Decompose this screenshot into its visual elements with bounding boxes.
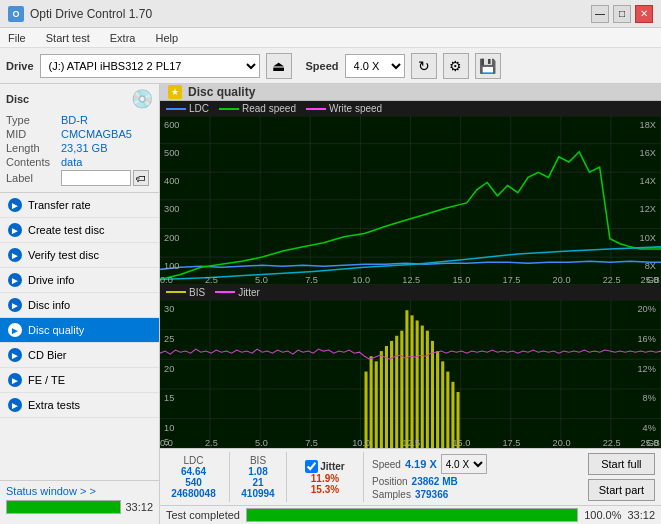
svg-text:GB: GB <box>647 438 660 448</box>
menu-start-test[interactable]: Start test <box>42 32 94 44</box>
app-title: Opti Drive Control 1.70 <box>30 7 152 21</box>
elapsed-time: 33:12 <box>627 509 655 521</box>
svg-text:16X: 16X <box>640 148 656 158</box>
svg-text:600: 600 <box>164 120 179 130</box>
time-display: 33:12 <box>125 501 153 513</box>
svg-rect-59 <box>375 361 378 448</box>
svg-text:12%: 12% <box>637 363 655 373</box>
contents-label: Contents <box>6 156 61 168</box>
svg-rect-69 <box>426 330 429 448</box>
stats-bis: BIS 1.08 21 410994 <box>238 455 278 499</box>
sidebar-item-disc-info[interactable]: ► Disc info <box>0 293 159 318</box>
svg-text:100: 100 <box>164 261 179 271</box>
disc-info-label: Disc info <box>28 299 70 311</box>
sidebar-item-drive-info[interactable]: ► Drive info <box>0 268 159 293</box>
bis-total-val: 410994 <box>241 488 274 499</box>
svg-text:7.5: 7.5 <box>305 438 318 448</box>
sidebar-item-verify-test-disc[interactable]: ► Verify test disc <box>0 243 159 268</box>
svg-text:2.5: 2.5 <box>205 275 218 285</box>
disc-section: Disc 💿 Type BD-R MID CMCMAGBA5 Length 23… <box>0 84 159 193</box>
status-window-button[interactable]: Status window > > <box>6 485 153 497</box>
close-button[interactable]: ✕ <box>635 5 653 23</box>
menu-extra[interactable]: Extra <box>106 32 140 44</box>
sidebar-item-cd-bier[interactable]: ► CD Bier <box>0 343 159 368</box>
jitter-checkbox[interactable] <box>305 460 318 473</box>
sidebar-item-disc-quality[interactable]: ► Disc quality <box>0 318 159 343</box>
write-speed-legend-label: Write speed <box>329 103 382 114</box>
svg-text:GB: GB <box>647 275 660 285</box>
save-button[interactable]: 💾 <box>475 53 501 79</box>
test-completed-bar: Test completed 100.0% 33:12 <box>160 505 661 524</box>
refresh-button[interactable]: ↻ <box>411 53 437 79</box>
stats-jitter: Jitter 11.9% 15.3% <box>295 460 355 495</box>
maximize-button[interactable]: □ <box>613 5 631 23</box>
bottom-chart-area: 20% 16% 12% 8% 4% 30 25 20 15 10 5 0.0 2… <box>160 300 661 448</box>
sidebar-item-extra-tests[interactable]: ► Extra tests <box>0 393 159 418</box>
speed-select-stats[interactable]: 4.0 X <box>441 454 487 474</box>
samples-row: Samples 379366 <box>372 489 487 500</box>
svg-text:20: 20 <box>164 363 174 373</box>
bis-legend: BIS <box>166 287 205 298</box>
svg-text:10X: 10X <box>640 233 656 243</box>
write-speed-legend-color <box>306 108 326 110</box>
verify-test-label: Verify test disc <box>28 249 99 261</box>
svg-rect-70 <box>431 341 434 448</box>
speed-select[interactable]: 4.0 X <box>345 54 405 78</box>
status-bar: Status window > > 33:12 <box>0 480 159 524</box>
minimize-button[interactable]: — <box>591 5 609 23</box>
type-value: BD-R <box>61 114 153 126</box>
ldc-avg-val: 64.64 <box>181 466 206 477</box>
jitter-avg-val: 11.9% <box>311 473 339 484</box>
cd-bier-icon: ► <box>8 348 22 362</box>
svg-text:30: 30 <box>164 304 174 314</box>
drive-select[interactable]: (J:) ATAPI iHBS312 2 PL17 <box>40 54 260 78</box>
menubar: File Start test Extra Help <box>0 28 661 48</box>
speed-value: 4.19 X <box>405 458 437 470</box>
settings-button[interactable]: ⚙ <box>443 53 469 79</box>
stats-ldc: LDC 64.64 540 24680048 <box>166 455 221 499</box>
label-icon-button[interactable]: 🏷 <box>133 170 149 186</box>
progress-bar-inner <box>7 501 120 513</box>
svg-text:4%: 4% <box>643 423 656 433</box>
speed-row: Speed 4.19 X 4.0 X <box>372 454 487 474</box>
stats-divider-2 <box>286 452 287 502</box>
stats-row: LDC 64.64 540 24680048 BIS 1.08 21 41099… <box>160 448 661 505</box>
eject-button[interactable]: ⏏ <box>266 53 292 79</box>
svg-text:15.0: 15.0 <box>452 275 470 285</box>
sidebar-item-create-test-disc[interactable]: ► Create test disc <box>0 218 159 243</box>
bis-legend-color <box>166 291 186 293</box>
fe-te-label: FE / TE <box>28 374 65 386</box>
jitter-legend-label: Jitter <box>238 287 260 298</box>
svg-rect-57 <box>364 371 367 448</box>
menu-help[interactable]: Help <box>151 32 182 44</box>
read-speed-legend-label: Read speed <box>242 103 296 114</box>
top-chart-area: 18X 16X 14X 12X 10X 8X 600 500 400 300 2… <box>160 116 661 285</box>
menu-file[interactable]: File <box>4 32 30 44</box>
svg-rect-62 <box>390 341 393 448</box>
disc-label-input[interactable] <box>61 170 131 186</box>
type-label: Type <box>6 114 61 126</box>
svg-text:300: 300 <box>164 204 179 214</box>
svg-rect-67 <box>416 320 419 448</box>
start-part-button[interactable]: Start part <box>588 479 655 501</box>
svg-text:10.0: 10.0 <box>352 275 370 285</box>
ldc-total-val: 24680048 <box>171 488 216 499</box>
disc-header: Disc 💿 <box>6 88 153 110</box>
jitter-checkbox-row: Jitter <box>305 460 344 473</box>
bis-avg-val: 1.08 <box>248 466 267 477</box>
chart-title: Disc quality <box>188 85 255 99</box>
svg-text:17.5: 17.5 <box>503 275 521 285</box>
jitter-legend-color <box>215 291 235 293</box>
svg-text:22.5: 22.5 <box>603 275 621 285</box>
position-row: Position 23862 MB <box>372 476 487 487</box>
svg-rect-58 <box>370 356 373 448</box>
sidebar-item-fe-te[interactable]: ► FE / TE <box>0 368 159 393</box>
bottom-chart-svg: 20% 16% 12% 8% 4% 30 25 20 15 10 5 0.0 2… <box>160 300 661 448</box>
drive-info-icon: ► <box>8 273 22 287</box>
jitter-header: Jitter <box>320 461 344 472</box>
sidebar-item-transfer-rate[interactable]: ► Transfer rate <box>0 193 159 218</box>
progress-bar-outer <box>6 500 121 514</box>
start-full-button[interactable]: Start full <box>588 453 655 475</box>
chart-header: ★ Disc quality <box>160 84 661 101</box>
ldc-max-val: 540 <box>185 477 202 488</box>
